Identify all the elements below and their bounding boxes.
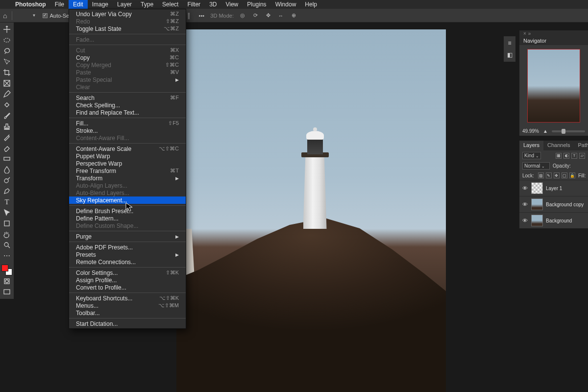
visibility-toggle-icon[interactable]: 👁 [522,218,528,223]
layer-name[interactable]: Background copy [546,202,584,207]
menu-item-presets[interactable]: Presets▶ [69,251,186,258]
menu-item-start-dictation[interactable]: Start Dictation... [69,320,186,327]
lock-artboard-icon[interactable]: ▢ [562,172,567,178]
menu-item-free-transform[interactable]: Free Transform⌘T [69,167,186,174]
frame-tool[interactable] [1,78,13,88]
threed-slide-icon[interactable]: ↔ [277,12,285,20]
adjustments-panel-icon[interactable]: ≡ [506,39,514,47]
blur-tool[interactable] [1,165,13,174]
menu-item-keyboard-shortcuts[interactable]: Keyboard Shortcuts...⌥⇧⌘K [69,294,186,302]
zoom-slider[interactable] [552,130,585,132]
eraser-tool[interactable] [1,143,13,153]
brush-tool[interactable] [1,111,13,121]
gradient-tool[interactable] [1,154,13,164]
shape-tool[interactable] [1,219,13,228]
zoom-tool[interactable] [1,240,13,250]
menu-item-puppet-warp[interactable]: Puppet Warp [69,152,186,160]
menu-type[interactable]: Type [136,0,158,9]
chevron-down-icon[interactable]: ▼ [30,12,38,20]
stamp-tool[interactable] [1,122,13,131]
menu-layer[interactable]: Layer [113,0,136,9]
tab-layers[interactable]: Layers [519,141,543,150]
zoom-value[interactable]: 49.99% [522,128,539,134]
eyedropper-tool[interactable] [1,89,13,99]
navigator-tab[interactable]: Navigator [519,36,588,45]
layer-kind-filter[interactable]: Kind ⌄ [522,152,541,159]
zoom-out-icon[interactable]: ▲ [543,128,548,134]
menu-select[interactable]: Select [158,0,183,9]
libraries-panel-icon[interactable]: ◧ [506,51,514,59]
menu-item-search[interactable]: Search⌘F [69,94,186,101]
menu-filter[interactable]: Filter [183,0,205,9]
filter-pixel-icon[interactable]: ▦ [556,153,562,159]
threed-pan-icon[interactable]: ✥ [264,12,272,20]
layer-row[interactable]: 👁Background [519,212,588,228]
menu-item-toggle-last-state[interactable]: Toggle Last State⌥⌘Z [69,25,186,32]
lock-position-icon[interactable]: ✥ [554,172,560,178]
visibility-toggle-icon[interactable]: 👁 [522,185,528,191]
color-swatches[interactable] [1,265,12,275]
layer-thumbnail[interactable] [531,182,543,194]
menu-image[interactable]: Image [88,0,113,9]
menu-item-content-aware-scale[interactable]: Content-Aware Scale⌥⇧⌘C [69,145,186,152]
quick-mask-tool[interactable] [1,276,13,286]
close-icon[interactable]: × [523,31,526,36]
layer-name[interactable]: Layer 1 [546,186,562,191]
navigator-thumbnail[interactable] [527,49,580,122]
pen-tool[interactable] [1,186,13,196]
hand-tool[interactable] [1,229,13,239]
filter-shape-icon[interactable]: ▱ [579,153,585,159]
menu-item-find-and-replace-text[interactable]: Find and Replace Text... [69,109,186,116]
menu-item-convert-to-profile[interactable]: Convert to Profile... [69,284,186,291]
menu-item-copy[interactable]: Copy⌘C [69,54,186,61]
more-icon[interactable]: ••• [197,12,205,20]
tab-paths[interactable]: Paths [574,141,588,150]
menu-item-menus[interactable]: Menus...⌥⇧⌘M [69,302,186,309]
threed-roll-icon[interactable]: ⟳ [251,12,259,20]
menu-item-purge[interactable]: Purge▶ [69,233,186,240]
foreground-color-swatch[interactable] [1,265,8,271]
menu-item-perspective-warp[interactable]: Perspective Warp [69,160,186,167]
crop-tool[interactable] [1,68,13,77]
layer-row[interactable]: 👁Background copy [519,196,588,212]
filter-adjust-icon[interactable]: ◐ [564,153,569,159]
move-tool[interactable] [1,24,13,34]
menu-item-fill[interactable]: Fill...⇧F5 [69,120,186,127]
quick-select-tool[interactable] [1,57,13,67]
menu-item-define-pattern[interactable]: Define Pattern... [69,215,186,222]
marquee-tool[interactable] [1,35,13,45]
lasso-tool[interactable] [1,46,13,56]
healing-tool[interactable] [1,100,13,110]
menu-item-remote-connections[interactable]: Remote Connections... [69,258,186,266]
menu-item-color-settings[interactable]: Color Settings...⇧⌘K [69,269,186,276]
menu-edit[interactable]: Edit [69,0,88,9]
tab-channels[interactable]: Channels [543,141,574,150]
layer-thumbnail[interactable] [531,215,543,226]
collapse-icon[interactable]: » [528,31,531,36]
layer-name[interactable]: Background [546,218,572,223]
lock-all-icon[interactable]: 🔒 [569,172,575,178]
menu-help[interactable]: Help [300,0,321,9]
menu-window[interactable]: Window [271,0,301,9]
menu-plugins[interactable]: Plugins [243,0,270,9]
panel-handle[interactable]: ×» [519,30,588,36]
document-canvas[interactable] [176,29,446,392]
menu-item-check-spelling[interactable]: Check Spelling... [69,101,186,109]
layer-thumbnail[interactable] [531,198,543,210]
edit-toolbar[interactable]: ⋯ [1,251,13,261]
menu-file[interactable]: File [50,0,69,9]
move-tool-icon[interactable] [17,12,25,20]
filter-type-icon[interactable]: T [571,153,577,159]
dodge-tool[interactable] [1,175,13,185]
history-brush-tool[interactable] [1,132,13,142]
home-icon[interactable]: ⌂ [3,12,7,20]
menu-item-adobe-pdf-presets[interactable]: Adobe PDF Presets... [69,244,186,251]
menu-3d[interactable]: 3D [205,0,221,9]
menu-view[interactable]: View [221,0,243,9]
lock-paint-icon[interactable]: ✎ [546,172,552,178]
menu-item-stroke[interactable]: Stroke... [69,127,186,134]
layer-row[interactable]: 👁Layer 1 [519,180,588,196]
menu-item-transform[interactable]: Transform▶ [69,174,186,182]
threed-zoom-icon[interactable]: ⊕ [290,12,297,20]
path-select-tool[interactable] [1,208,13,218]
